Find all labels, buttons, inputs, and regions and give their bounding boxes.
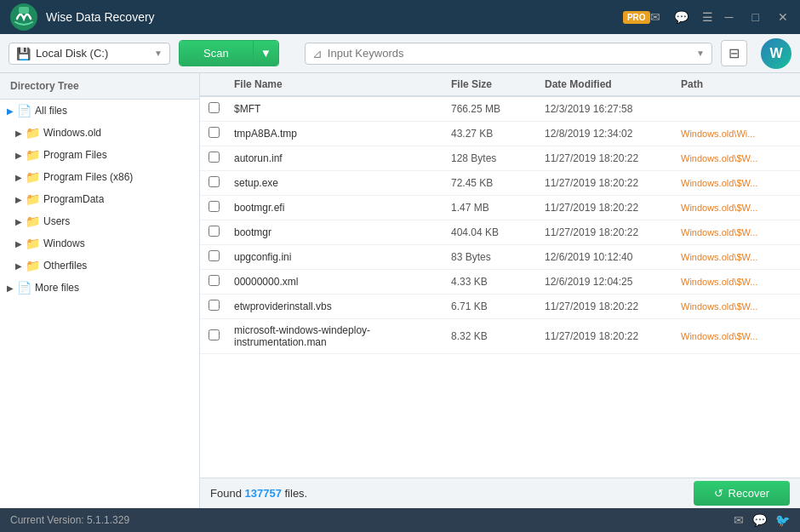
row-path: Windows.old\$W...	[681, 252, 791, 262]
found-text: Found 137757 files.	[210, 487, 694, 500]
tree-item-label: Windows	[43, 237, 85, 249]
scan-dropdown-button[interactable]: ▼	[253, 41, 278, 66]
disk-dropdown-arrow-icon: ▼	[154, 49, 163, 58]
row-filesize: 8.32 KB	[451, 330, 545, 342]
tree-item-label: All files	[35, 105, 67, 117]
all-files-icon: 📄	[17, 104, 31, 117]
table-row[interactable]: autorun.inf 128 Bytes 11/27/2019 18:20:2…	[200, 146, 800, 171]
table-row[interactable]: 00000000.xml 4.33 KB 12/6/2019 12:04:25 …	[200, 270, 800, 295]
row-checkbox[interactable]	[209, 201, 234, 215]
disk-icon: 💾	[16, 47, 31, 60]
tree-arrow-icon: ▶	[12, 129, 26, 138]
scan-btn-group: Scan ▼	[179, 40, 279, 66]
tree-item-label: Program Files (x86)	[43, 171, 133, 183]
folder-icon: 📁	[26, 237, 40, 250]
row-filesize: 766.25 MB	[451, 103, 545, 115]
maximize-button[interactable]: □	[749, 9, 763, 26]
menu-icon[interactable]: ☰	[702, 10, 713, 24]
found-suffix: files.	[282, 487, 307, 500]
tree-item-label: Users	[43, 215, 70, 227]
table-row[interactable]: $MFT 766.25 MB 12/3/2019 16:27:58	[200, 97, 800, 122]
row-checkbox[interactable]	[209, 102, 234, 116]
table-row[interactable]: upgconfig.ini 83 Bytes 12/6/2019 10:12:4…	[200, 245, 800, 270]
row-path: Windows.old\$W...	[681, 203, 791, 213]
row-filename: upgconfig.ini	[234, 251, 451, 263]
chat-icon[interactable]: 💬	[752, 513, 767, 527]
row-checkbox[interactable]	[209, 275, 234, 289]
row-filename: microsoft-windows-windeploy-instrumentat…	[234, 324, 451, 348]
status-icons: ✉ 💬 🐦	[734, 513, 790, 527]
table-row[interactable]: bootmgr.efi 1.47 MB 11/27/2019 18:20:22 …	[200, 196, 800, 220]
title-icons: ✉ 💬 ☰	[650, 10, 713, 24]
sidebar-item-windows[interactable]: ▶ 📁 Windows	[12, 232, 199, 255]
tree-item-label: Otherfiles	[43, 260, 87, 272]
row-checkbox[interactable]	[209, 250, 234, 264]
tree-arrow-icon: ▶	[12, 173, 26, 182]
row-filename: autorun.inf	[234, 152, 451, 164]
table-row[interactable]: microsoft-windows-windeploy-instrumentat…	[200, 319, 800, 354]
email-icon[interactable]: ✉	[734, 513, 744, 527]
header-check	[209, 78, 234, 90]
header-date: Date Modified	[545, 78, 681, 90]
sidebar-item-program-data[interactable]: ▶ 📁 ProgramData	[12, 188, 199, 210]
filter-icon: ⊿	[312, 47, 323, 60]
table-row[interactable]: tmpA8BA.tmp 43.27 KB 12/8/2019 12:34:02 …	[200, 122, 800, 146]
view-toggle-button[interactable]: ⊟	[721, 40, 747, 66]
window-controls: ─ □ ✕	[722, 9, 791, 26]
recover-icon: ↺	[714, 487, 723, 500]
row-checkbox[interactable]	[209, 226, 234, 239]
row-filename: tmpA8BA.tmp	[234, 128, 451, 140]
svg-rect-1	[19, 7, 29, 14]
tree-arrow-icon: ▶	[12, 217, 26, 226]
row-path: Windows.old\Wi...	[681, 129, 791, 139]
file-rows: $MFT 766.25 MB 12/3/2019 16:27:58 tmpA8B…	[200, 97, 800, 478]
minimize-button[interactable]: ─	[722, 9, 737, 26]
table-row[interactable]: setup.exe 72.45 KB 11/27/2019 18:20:22 W…	[200, 171, 800, 196]
title-bar: Wise Data Recovery PRO ✉ 💬 ☰ ─ □ ✕	[0, 0, 800, 34]
folder-icon: 📁	[26, 148, 40, 162]
table-row[interactable]: bootmgr 404.04 KB 11/27/2019 18:20:22 Wi…	[200, 220, 800, 245]
sidebar-item-other-files[interactable]: ▶ 📁 Otherfiles	[12, 255, 199, 277]
row-date: 12/8/2019 12:34:02	[545, 128, 681, 140]
search-input[interactable]	[328, 47, 691, 60]
row-filesize: 1.47 MB	[451, 202, 545, 214]
row-checkbox[interactable]	[209, 176, 234, 190]
sidebar-item-program-files[interactable]: ▶ 📁 Program Files	[12, 144, 199, 166]
scan-button[interactable]: Scan	[180, 41, 253, 66]
tree-arrow-icon: ▶	[12, 261, 26, 271]
row-date: 12/3/2019 16:27:58	[545, 103, 681, 115]
row-checkbox[interactable]	[209, 300, 234, 313]
header-path: Path	[681, 78, 791, 90]
app-name: Wise Data Recovery	[46, 10, 618, 24]
sidebar-item-all-files[interactable]: ▶ 📄 All files	[0, 100, 199, 122]
sidebar-item-users[interactable]: ▶ 📁 Users	[12, 210, 199, 232]
close-button[interactable]: ✕	[774, 9, 791, 26]
toolbar: 💾 Local Disk (C:) ▼ Scan ▼ ⊿ ▼ ⊟ W	[0, 34, 800, 73]
mail-icon[interactable]: ✉	[650, 10, 660, 24]
row-filesize: 43.27 KB	[451, 128, 545, 140]
status-bar: Current Version: 5.1.1.329 ✉ 💬 🐦	[0, 508, 800, 532]
tree-arrow-icon: ▶	[3, 106, 17, 116]
row-filename: etwproviderinstall.vbs	[234, 300, 451, 312]
twitter-icon[interactable]: 🐦	[775, 513, 790, 527]
row-date: 11/27/2019 18:20:22	[545, 152, 681, 164]
row-checkbox[interactable]	[209, 152, 234, 165]
avatar[interactable]: W	[761, 38, 791, 69]
search-dropdown-arrow-icon: ▼	[696, 49, 705, 58]
row-filename: $MFT	[234, 103, 451, 115]
row-filesize: 6.71 KB	[451, 300, 545, 312]
chat-icon[interactable]: 💬	[674, 10, 689, 24]
search-box: ⊿ ▼	[305, 43, 712, 65]
row-checkbox[interactable]	[209, 329, 234, 343]
sidebar-item-more-files[interactable]: ▶ 📄 More files	[0, 277, 199, 299]
row-path: Windows.old\$W...	[681, 178, 791, 188]
table-row[interactable]: etwproviderinstall.vbs 6.71 KB 11/27/201…	[200, 295, 800, 319]
row-checkbox[interactable]	[209, 127, 234, 140]
disk-selector[interactable]: 💾 Local Disk (C:) ▼	[9, 43, 170, 65]
tree-arrow-icon: ▶	[12, 151, 26, 160]
recover-button[interactable]: ↺ Recover	[694, 481, 790, 506]
folder-icon: 📁	[26, 259, 40, 272]
sidebar-item-windows-old[interactable]: ▶ 📁 Windows.old	[12, 122, 199, 144]
sidebar-item-program-files-x86[interactable]: ▶ 📁 Program Files (x86)	[12, 166, 199, 188]
folder-icon: 📁	[26, 215, 40, 228]
